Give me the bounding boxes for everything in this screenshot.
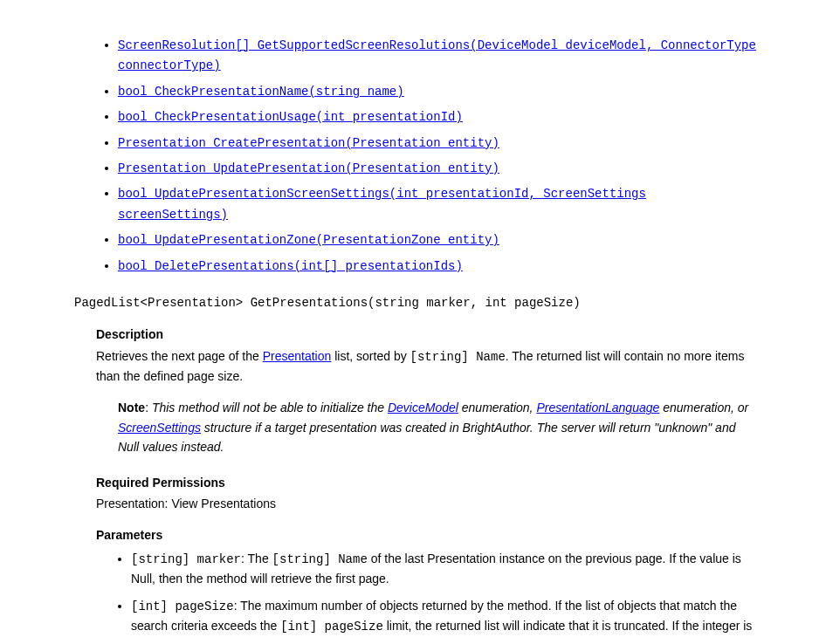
presentationlanguage-link[interactable]: PresentationLanguage [536, 401, 659, 414]
param-item: [int] pageSize: The maximum number of ob… [131, 596, 759, 637]
method-link[interactable]: bool CheckPresentationName(string name) [118, 85, 404, 99]
param-marker-t1: : The [241, 552, 272, 565]
method-item: ScreenResolution[] GetSupportedScreenRes… [118, 35, 759, 76]
method-item: bool UpdatePresentationZone(Presentation… [118, 230, 759, 250]
method-list: ScreenResolution[] GetSupportedScreenRes… [74, 35, 759, 276]
permissions-heading: Required Permissions [96, 473, 759, 492]
method-signature: PagedList<Presentation> GetPresentations… [74, 293, 759, 312]
param-pagesize-mono: [int] pageSize [131, 599, 234, 613]
note-colon: : [145, 401, 152, 414]
param-marker-mono2: [string] Name [272, 552, 368, 566]
method-link[interactable]: bool DeletePresentations(int[] presentat… [118, 259, 463, 273]
method-link[interactable]: bool UpdatePresentationZone(Presentation… [118, 233, 499, 247]
note-label: Note [118, 401, 145, 414]
note-text3: enumeration, or [659, 401, 748, 414]
devicemodel-link[interactable]: DeviceModel [388, 401, 458, 414]
note-text4: structure if a target presentation was c… [118, 421, 735, 454]
description-section: Description Retrieves the next page of t… [96, 325, 759, 636]
parameters-list: [string] marker: The [string] Name of th… [96, 549, 759, 637]
desc-text-prefix: Retrieves the next page of the [96, 349, 263, 363]
parameters-heading: Parameters [96, 525, 759, 545]
method-link[interactable]: Presentation UpdatePresentation(Presenta… [118, 161, 499, 175]
desc-mono: [string] Name [410, 350, 506, 364]
param-pagesize-mono2: [int] pageSize [280, 620, 383, 634]
method-item: Presentation CreatePresentation(Presenta… [118, 133, 759, 153]
method-item: Presentation UpdatePresentation(Presenta… [118, 158, 759, 178]
method-link[interactable]: ScreenResolution[] GetSupportedScreenRes… [118, 38, 756, 72]
method-item: bool CheckPresentationUsage(int presenta… [118, 106, 759, 127]
note-block: Note: This method will not be able to in… [118, 398, 759, 456]
param-marker-mono: [string] marker [131, 552, 241, 566]
method-link[interactable]: bool CheckPresentationUsage(int presenta… [118, 110, 463, 124]
method-item: bool CheckPresentationName(string name) [118, 81, 759, 101]
description-text: Retrieves the next page of the Presentat… [96, 346, 759, 387]
param-pagesize-t2: limit, the returned list will indicate t… [383, 619, 753, 633]
desc-text-mid: list, sorted by [331, 349, 410, 363]
method-item: bool DeletePresentations(int[] presentat… [118, 256, 759, 276]
permissions-text: Presentation: View Presentations [96, 494, 759, 513]
note-text2: enumeration, [458, 401, 537, 414]
method-link[interactable]: Presentation CreatePresentation(Presenta… [118, 136, 499, 150]
presentation-link[interactable]: Presentation [263, 349, 332, 363]
method-link[interactable]: bool UpdatePresentationScreenSettings(in… [118, 187, 646, 221]
screensettings-link[interactable]: ScreenSettings [118, 421, 201, 435]
method-item: bool UpdatePresentationScreenSettings(in… [118, 183, 759, 224]
param-item: [string] marker: The [string] Name of th… [131, 549, 759, 589]
description-heading: Description [96, 325, 759, 344]
note-text1: This method will not be able to initiali… [152, 401, 388, 414]
